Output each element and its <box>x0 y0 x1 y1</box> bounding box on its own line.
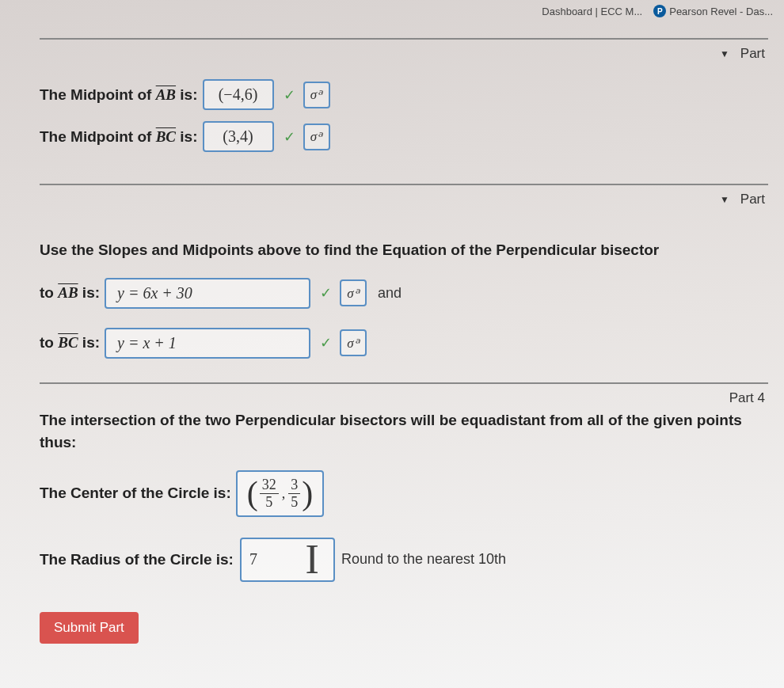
radius-line: The Radius of the Circle is: 7 I Round t… <box>40 538 768 582</box>
bisector-bc-input[interactable]: y = x + 1 <box>105 328 310 359</box>
text-cursor-icon: I <box>306 534 319 585</box>
bisector-bc-line: to BC is: y = x + 1 ✓ σᵃ <box>40 328 768 359</box>
math-keypad-button[interactable]: σᵃ <box>303 82 330 108</box>
part-header-1[interactable]: ▼ Part <box>40 38 768 68</box>
check-icon: ✓ <box>284 128 295 146</box>
midpoint-ab-label: The Midpoint of AB is: <box>40 86 198 104</box>
radius-input[interactable]: 7 I <box>240 538 335 582</box>
bisector-instruction: Use the Slopes and Midpoints above to fi… <box>40 239 768 262</box>
bisector-ab-input[interactable]: y = 6x + 30 <box>105 278 310 309</box>
browser-tabs: Dashboard | ECC M... P Pearson Revel - D… <box>0 0 784 22</box>
check-icon: ✓ <box>284 86 295 104</box>
midpoint-bc-line: The Midpoint of BC is: (3,4) ✓ σᵃ <box>40 121 768 152</box>
part-label-2: Part <box>740 192 765 207</box>
radius-label: The Radius of the Circle is: <box>40 551 234 568</box>
center-value: ( 325 , 35 ) <box>247 477 314 511</box>
tab-dashboard-label: Dashboard | ECC M... <box>542 6 642 17</box>
and-text: and <box>378 285 402 302</box>
pearson-icon: P <box>653 5 666 17</box>
bisector-ab-label: to AB is: <box>40 284 100 302</box>
chevron-down-icon: ▼ <box>720 194 729 205</box>
bisector-ab-line: to AB is: y = 6x + 30 ✓ σᵃ and <box>40 278 768 309</box>
midpoint-ab-line: The Midpoint of AB is: (−4,6) ✓ σᵃ <box>40 79 768 110</box>
radius-value: 7 <box>249 550 257 568</box>
center-label: The Center of the Circle is: <box>40 485 231 502</box>
center-line: The Center of the Circle is: ( 325 , 35 … <box>40 470 768 517</box>
check-icon: ✓ <box>320 334 332 352</box>
question-content: ▼ Part The Midpoint of AB is: (−4,6) ✓ σ… <box>0 22 784 659</box>
midpoint-bc-input[interactable]: (3,4) <box>203 121 274 152</box>
part-label-1: Part <box>740 46 765 62</box>
check-icon: ✓ <box>320 284 332 302</box>
part-header-2[interactable]: ▼ Part <box>40 184 768 214</box>
tab-dashboard[interactable]: Dashboard | ECC M... <box>542 6 642 17</box>
intersection-text: The intersection of the two Perpendicula… <box>40 409 768 454</box>
midpoint-bc-label: The Midpoint of BC is: <box>40 128 198 146</box>
chevron-down-icon: ▼ <box>720 48 729 59</box>
math-keypad-button[interactable]: σᵃ <box>303 124 330 150</box>
part-label-3: Part 4 <box>729 390 765 406</box>
midpoint-ab-input[interactable]: (−4,6) <box>203 79 274 110</box>
tab-pearson[interactable]: P Pearson Revel - Das... <box>653 5 773 17</box>
math-keypad-button[interactable]: σᵃ <box>340 329 367 356</box>
math-keypad-button[interactable]: σᵃ <box>340 279 367 306</box>
radius-hint: Round to the nearest 10th <box>341 551 506 568</box>
part-header-3[interactable]: Part 4 <box>40 382 768 412</box>
tab-pearson-label: Pearson Revel - Das... <box>669 6 773 17</box>
bisector-bc-label: to BC is: <box>40 334 100 352</box>
center-input[interactable]: ( 325 , 35 ) <box>236 470 325 517</box>
submit-part-button[interactable]: Submit Part <box>40 612 139 644</box>
